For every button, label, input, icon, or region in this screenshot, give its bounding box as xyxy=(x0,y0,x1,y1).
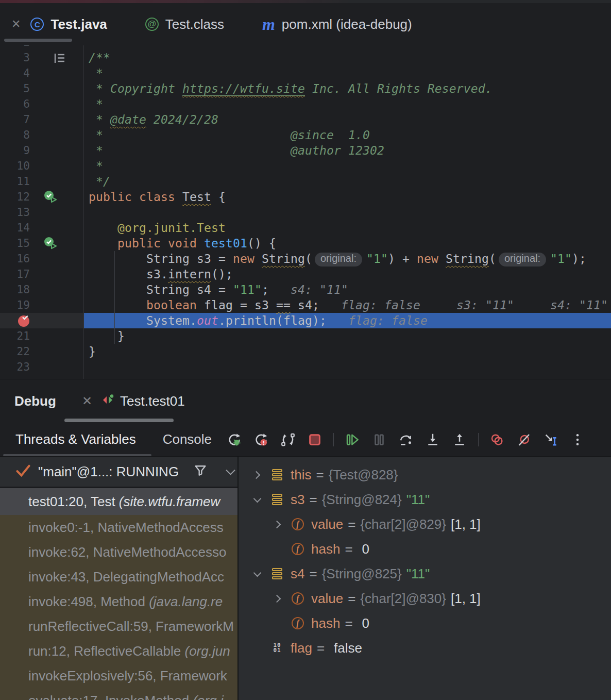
code-line-6[interactable]: 6 * xyxy=(0,96,611,112)
tab-threads-variables[interactable]: Threads & Variables xyxy=(15,431,136,447)
editor-tab-Test.java[interactable]: ✕CTest.java xyxy=(11,16,107,32)
line-number: 11 xyxy=(0,174,30,189)
variable-ref: {String@825} xyxy=(322,566,402,581)
line-number: 13 xyxy=(0,205,30,220)
code-line-22[interactable]: 22} xyxy=(0,344,611,359)
restart-icon[interactable] xyxy=(280,431,296,448)
stop-icon[interactable] xyxy=(307,431,323,448)
variable-name: hash xyxy=(311,615,340,631)
stack-frame-row[interactable]: invoke:498, Method (java.lang.re xyxy=(0,589,237,614)
code-line-14[interactable]: 14 @org.junit.Test xyxy=(0,220,611,236)
run-to-cursor-icon[interactable] xyxy=(542,431,559,448)
variable-row-flag[interactable]: 1001flag=false xyxy=(239,636,611,660)
debug-tool-window: Debug ✕ Test.test01 Threads & Variables … xyxy=(0,379,611,700)
breakpoint-icon[interactable] xyxy=(18,314,32,331)
close-icon[interactable]: ✕ xyxy=(11,18,21,31)
variable-ref: {String@824} xyxy=(322,492,402,507)
editor-tab-pom.xml (idea-debug)[interactable]: mpom.xml (idea-debug) xyxy=(262,16,412,32)
code-text: */ xyxy=(89,174,110,189)
variable-row-hash[interactable]: fhash=0 xyxy=(239,537,611,561)
stack-frame-row[interactable]: invoke:62, NativeMethodAccesso xyxy=(0,540,237,564)
mute-breakpoints-icon[interactable] xyxy=(516,431,532,448)
stack-frame-row[interactable]: invoke:43, DelegatingMethodAcc xyxy=(0,564,237,589)
code-line-5[interactable]: 5 * Copyright https://wtfu.site Inc. All… xyxy=(0,81,611,96)
more-options-icon[interactable] xyxy=(569,431,586,448)
editor-tab-Test.class[interactable]: @Test.class xyxy=(145,16,224,32)
stack-frame-row[interactable]: invoke0:-1, NativeMethodAccess xyxy=(0,515,237,540)
debug-session-tab[interactable]: Test.test01 xyxy=(101,393,185,409)
variable-name: s3 xyxy=(291,492,304,507)
code-line-12[interactable]: 12public class Test { xyxy=(0,189,611,205)
code-line-13[interactable]: 13 xyxy=(0,205,611,220)
close-icon[interactable]: ✕ xyxy=(82,394,92,408)
step-into-icon[interactable] xyxy=(425,431,441,448)
variable-value: [1, 1] xyxy=(451,591,481,606)
chevron-down-icon[interactable] xyxy=(253,494,261,503)
debug-content: "main"@1...: RUNNING test01:20, Test (si… xyxy=(0,456,611,700)
step-out-icon[interactable] xyxy=(451,431,468,448)
line-number: 3 xyxy=(0,50,30,65)
code-text: } xyxy=(89,328,125,344)
test-passed-run-icon[interactable] xyxy=(43,237,60,254)
code-text: * @author 12302 xyxy=(89,143,384,158)
code-line-20[interactable]: System.out.println(flag); flag: false xyxy=(0,313,611,328)
chevron-right-icon[interactable] xyxy=(273,594,281,603)
code-line-17[interactable]: 17 s3.intern(); xyxy=(0,266,611,282)
frame-package: (org.jun xyxy=(185,643,230,659)
chevron-down-icon[interactable] xyxy=(226,465,235,475)
code-line-2[interactable]: 2 xyxy=(0,45,611,50)
line-number: 18 xyxy=(0,282,30,297)
tab-console[interactable]: Console xyxy=(163,431,212,447)
annotation-icon: @ xyxy=(145,18,159,31)
filter-icon[interactable] xyxy=(193,463,208,480)
code-line-19[interactable]: 19 boolean flag = s3 == s4; flag: false … xyxy=(0,297,611,313)
variable-row-value[interactable]: fvalue={char[2]@829}[1, 1] xyxy=(239,512,611,537)
code-line-15[interactable]: 15 public void test01() { xyxy=(0,236,611,251)
pause-icon[interactable] xyxy=(371,431,387,448)
stack-frame-row[interactable]: evaluate:17, InvokeMethod (org.j xyxy=(0,688,237,700)
stack-frame-row[interactable]: run:12, ReflectiveCallable (org.jun xyxy=(0,639,237,663)
debug-test-icon xyxy=(101,393,115,409)
code-line-21[interactable]: 21 } xyxy=(0,328,611,344)
code-editor[interactable]: 23/**4 *5 * Copyright https://wtfu.site … xyxy=(0,45,611,379)
code-text: System.out.println(flag); flag: false xyxy=(89,313,428,328)
code-text: * Copyright https://wtfu.site Inc. All R… xyxy=(89,81,493,96)
code-line-23[interactable]: 23 xyxy=(0,359,611,375)
variable-row-value[interactable]: fvalue={char[2]@830}[1, 1] xyxy=(239,586,611,611)
frames-panel: "main"@1...: RUNNING test01:20, Test (si… xyxy=(0,457,239,700)
variable-value: [1, 1] xyxy=(451,516,481,532)
code-line-7[interactable]: 7 * @date 2024/2/28 xyxy=(0,112,611,127)
stack-frame-row[interactable]: invokeExplosively:56, Framework xyxy=(0,663,237,688)
rerun-failed-tests-icon[interactable]: ! xyxy=(253,431,269,448)
thread-selector[interactable]: "main"@1...: RUNNING xyxy=(0,457,237,488)
view-breakpoints-icon[interactable] xyxy=(489,431,505,448)
editor-hscrollbar-thumb[interactable] xyxy=(4,39,72,42)
stack-frame-row[interactable]: test01:20, Test (site.wtfu.framew xyxy=(0,488,237,515)
code-line-11[interactable]: 11 */ xyxy=(0,174,611,189)
variable-row-hash[interactable]: fhash=0 xyxy=(239,611,611,636)
test-passed-run-icon[interactable] xyxy=(43,190,60,208)
resume-icon[interactable] xyxy=(344,431,361,448)
chevron-right-icon[interactable] xyxy=(252,471,261,479)
chevron-down-icon[interactable] xyxy=(253,569,261,577)
variable-row-this[interactable]: this={Test@828} xyxy=(239,462,611,487)
variable-row-s3[interactable]: s3={String@824}"11" xyxy=(239,487,611,512)
toolbar-separator xyxy=(478,433,479,446)
code-line-16[interactable]: 16 String s3 = new String(original:"1") … xyxy=(0,251,611,266)
code-line-9[interactable]: 9 * @author 12302 xyxy=(0,143,611,158)
chevron-right-icon[interactable] xyxy=(273,520,281,528)
debug-toolbar: Threads & Variables Console ! xyxy=(0,423,611,456)
frame-package: (site.wtfu.framew xyxy=(119,494,220,509)
code-text: * @since 1.0 xyxy=(89,127,370,143)
code-line-10[interactable]: 10 * xyxy=(0,158,611,174)
stack-frame-row[interactable]: runReflectiveCall:59, FrameworkM xyxy=(0,614,237,639)
variable-row-s4[interactable]: s4={String@825}"11" xyxy=(239,561,611,586)
step-over-icon[interactable] xyxy=(398,431,414,448)
indent-guide xyxy=(114,251,115,344)
code-line-8[interactable]: 8 * @since 1.0 xyxy=(0,127,611,143)
code-line-4[interactable]: 4 * xyxy=(0,65,611,81)
code-line-3[interactable]: 3/** xyxy=(0,50,611,65)
rerun-debug-icon[interactable] xyxy=(226,431,243,448)
code-line-18[interactable]: 18 String s4 = "11"; s4: "11" xyxy=(0,282,611,297)
doc-comment-icon[interactable] xyxy=(53,52,66,68)
